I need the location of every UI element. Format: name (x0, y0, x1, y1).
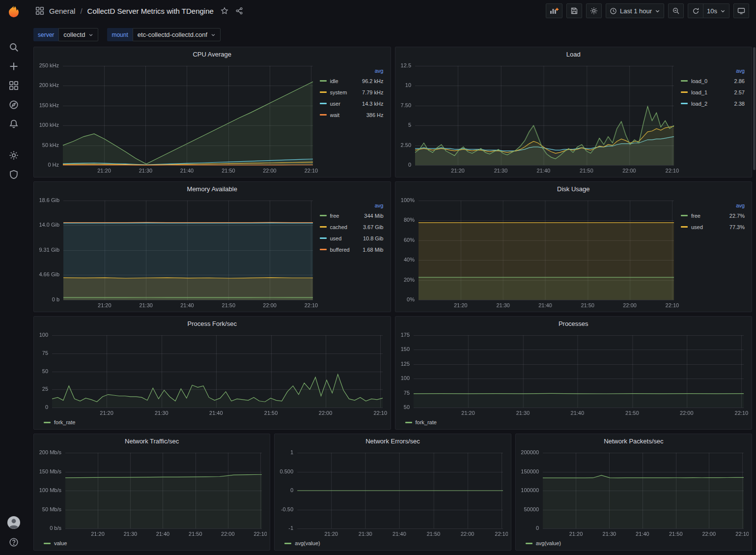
legend-series-label[interactable]: cached (330, 224, 363, 230)
panel-header[interactable]: Network Packets/sec (516, 434, 752, 448)
apps-icon[interactable] (35, 6, 44, 15)
panel-title: Process Fork/sec (188, 320, 237, 327)
dashboards-icon[interactable] (8, 80, 20, 91)
zoom-out-button[interactable] (668, 3, 684, 18)
panel-title: Disk Usage (557, 185, 589, 193)
panel-network-traffic: Network Traffic/sec value (33, 434, 270, 551)
legend-avg-header[interactable]: avg (736, 203, 745, 208)
grafana-logo[interactable] (6, 4, 22, 20)
legend-series-label[interactable]: idle (330, 78, 363, 84)
caret-down-icon (211, 32, 216, 37)
legend-series-avg-value: 3.67 Gib (363, 224, 385, 230)
breadcrumb-folder[interactable]: General (49, 7, 75, 15)
process-fork-legend: fork_rate (36, 417, 388, 427)
save-dashboard-button[interactable] (566, 3, 582, 18)
refresh-interval-picker[interactable]: 10s (703, 3, 729, 18)
panel-title: Network Errors/sec (365, 438, 420, 445)
panel-header[interactable]: Network Traffic/sec (34, 434, 270, 448)
network-packets-chart[interactable] (518, 448, 749, 538)
memory-available-chart[interactable] (36, 196, 318, 310)
variable-mount: mount etc-collectd-collectd.conf (107, 28, 221, 41)
configuration-icon[interactable] (8, 149, 20, 161)
legend-item-free: free344 Mib (320, 210, 385, 221)
panel-header[interactable]: Load (395, 47, 752, 61)
legend-series-label[interactable]: system (330, 89, 363, 95)
create-icon[interactable] (8, 60, 20, 72)
variable-mount-picker[interactable]: etc-collectd-collectd.conf (133, 28, 221, 41)
panel-header[interactable]: Network Errors/sec (275, 434, 510, 448)
panel-header[interactable]: CPU Average (34, 47, 391, 61)
panel-title: Network Packets/sec (604, 438, 663, 445)
network-traffic-chart[interactable] (36, 448, 267, 538)
legend-item-value[interactable]: value (44, 540, 67, 546)
legend-series-label[interactable]: user (330, 101, 363, 107)
series-color-dash (44, 543, 51, 544)
help-icon[interactable] (8, 536, 20, 548)
series-color-dash (405, 422, 412, 423)
series-color-dash (320, 215, 327, 216)
caret-down-icon (88, 32, 93, 37)
disk-usage-chart[interactable] (397, 196, 679, 310)
explore-icon[interactable] (8, 99, 20, 111)
processes-chart[interactable] (397, 330, 749, 417)
legend-avg-header[interactable]: avg (375, 68, 384, 74)
avatar[interactable] (7, 516, 21, 529)
series-color-dash (681, 103, 688, 104)
legend-series-label[interactable]: used (330, 235, 363, 241)
share-icon[interactable] (235, 7, 243, 15)
legend-series-label[interactable]: load_2 (691, 101, 734, 107)
legend-item-cached: cached3.67 Gib (320, 221, 385, 233)
legend-item-avg-value-[interactable]: avg(value) (284, 540, 320, 546)
legend-series-label: fork_rate (416, 419, 437, 425)
legend-item-fork-rate[interactable]: fork_rate (44, 419, 75, 425)
legend-series-label: value (54, 540, 67, 546)
sidebar (0, 0, 28, 555)
time-range-picker[interactable]: Last 1 hour (606, 3, 664, 18)
legend-series-label[interactable]: free (330, 213, 364, 219)
server-admin-icon[interactable] (8, 169, 20, 180)
panel-header[interactable]: Disk Usage (395, 182, 752, 196)
legend-series-avg-value: 7.79 kHz (362, 89, 384, 95)
page-scrollbar[interactable] (753, 47, 756, 170)
legend-item-wait: wait386 Hz (320, 109, 385, 120)
legend-series-label[interactable]: wait (330, 112, 366, 118)
dashboard-settings-button[interactable] (586, 3, 602, 18)
network-errors-chart[interactable] (277, 448, 507, 538)
series-color-dash (320, 80, 327, 82)
legend-series-label[interactable]: load_0 (691, 78, 734, 84)
legend-series-label[interactable]: free (691, 213, 729, 219)
legend-avg-header[interactable]: avg (736, 68, 745, 74)
process-fork-chart[interactable] (36, 330, 388, 417)
series-color-dash (44, 422, 51, 423)
alerting-icon[interactable] (8, 118, 20, 130)
star-icon[interactable] (221, 7, 228, 15)
legend-series-avg-value: 22.7% (729, 213, 746, 219)
legend-item-used: used10.8 Gib (320, 233, 385, 244)
caret-down-icon (720, 8, 726, 14)
legend-avg-header[interactable]: avg (375, 203, 384, 208)
series-color-dash (320, 114, 327, 116)
legend-item-system: system7.79 kHz (320, 87, 385, 98)
legend-item-fork-rate[interactable]: fork_rate (405, 419, 437, 425)
legend-item-avg-value-[interactable]: avg(value) (526, 540, 561, 546)
cycle-view-button[interactable] (733, 3, 749, 18)
disk-usage-legend: avgfree22.7%used77.3% (679, 196, 749, 310)
search-icon[interactable] (8, 41, 20, 53)
refresh-button[interactable] (688, 3, 703, 18)
panel-header[interactable]: Processes (395, 317, 752, 330)
variable-server-value: collectd (63, 31, 85, 38)
panel-header[interactable]: Memory Available (34, 182, 391, 196)
legend-series-label[interactable]: buffered (330, 247, 363, 253)
sidebar-nav (8, 41, 20, 180)
legend-series-label: avg(value) (295, 540, 320, 546)
page-title: CollectD Server Metrics with TDengine (87, 7, 214, 15)
legend-series-label[interactable]: load_1 (691, 89, 734, 95)
panel-header[interactable]: Process Fork/sec (34, 317, 391, 330)
panel-title: Load (566, 51, 581, 58)
cpu-average-chart[interactable] (36, 61, 318, 175)
load-chart[interactable] (397, 61, 679, 175)
legend-series-label[interactable]: used (691, 224, 729, 230)
variable-server-picker[interactable]: collectd (58, 28, 98, 41)
refresh-interval-label: 10s (707, 7, 717, 15)
add-panel-button[interactable] (546, 3, 562, 18)
